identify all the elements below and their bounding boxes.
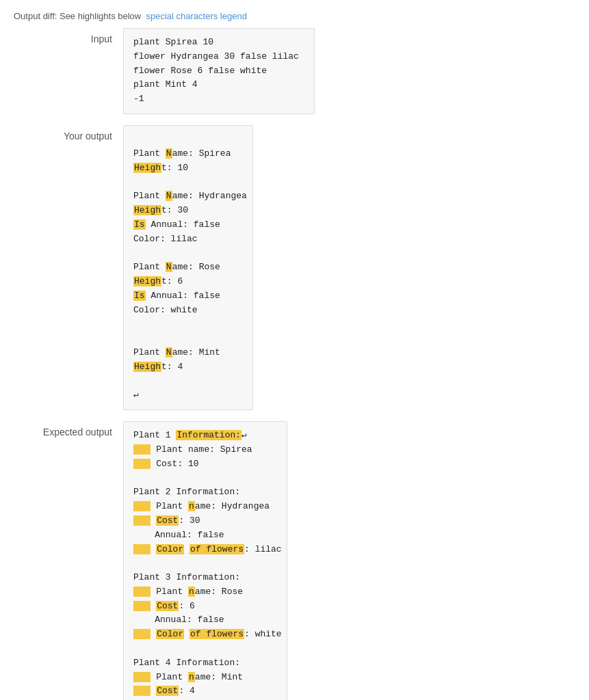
eo-plant2-indent3-hl [133,544,150,554]
eo-plant2-color-hl: Color [156,544,184,554]
input-section: Input plant Spirea 10 flower Hydrangea 3… [14,28,575,114]
eo-plant1-cost: Cost: 10 [150,459,198,469]
eo-plant1-indent1-hl [133,444,150,455]
yo-plant3-height: t: 6 [161,276,183,286]
eo-plant3-indent3-hl [133,629,150,639]
page-container: Output diff: See highlights below specia… [0,0,589,700]
yo-plant3-annual: Annual: false [146,291,220,301]
eo-plant2-cost-hl: Cost [156,515,179,526]
eo-plant2-name-hl: n [188,501,195,511]
special-chars-link[interactable]: special characters legend [146,11,246,21]
eo-plant1-header-end: ↵ [241,430,247,440]
eo-plant3-of [184,629,189,639]
eo-plant3-cost2: : 6 [179,601,194,611]
your-output-code-box: Plant Name: Spirea Height: 10 Plant Name… [123,125,253,410]
eo-plant4-cost-hl: Cost [156,686,179,696]
eo-plant4-indent2-hl [133,686,150,696]
input-code-box: plant Spirea 10 flower Hydrangea 30 fals… [123,28,315,114]
eo-plant4-header: Plant 4 Information: [133,658,240,668]
eo-plant3-indent1-hl [133,587,150,597]
yo-plant3-color: Color: white [133,305,198,315]
top-bar: Output diff: See highlights below specia… [14,7,575,28]
eo-plant4-indent1-hl [133,672,150,682]
your-output-label: Your output [14,125,123,142]
expected-output-section: Expected output Plant 1 Information:↵ Pl… [14,421,575,700]
eo-plant2-name: Plant [150,501,188,511]
yo-plant4-n-hl: N [166,347,172,358]
yo-plant1-height-hl: Heigh [133,163,161,173]
eo-plant3-annual-indent: Annual: false [133,615,224,625]
yo-plant1-name: ame: Spirea [172,148,231,159]
eo-plant4-name: Plant [150,672,188,682]
yo-plant2-prefix: Plant [133,191,166,201]
yo-plant4-height: t: 4 [161,362,183,372]
input-label: Input [14,28,123,44]
eo-plant2-header: Plant 2 Information: [133,487,240,497]
eo-plant2-name2: ame: Hydrangea [195,501,270,511]
yo-plant2-height-hl: Heigh [133,205,161,215]
yo-plant2-n-hl: N [166,191,172,201]
yo-plant3-height-hl: Heigh [133,276,161,286]
eo-plant3-header: Plant 3 Information: [133,572,240,582]
yo-plant4-height-hl: Heigh [133,362,161,372]
eo-plant2-of [184,544,189,554]
yo-plant3-prefix: Plant [133,262,166,272]
expected-output-label: Expected output [14,421,123,438]
eo-plant3-white: : white [244,629,282,639]
yo-plant1-n-hl: N [166,148,172,159]
eo-plant3-name2: ame: Rose [195,587,243,597]
eo-plant1-header: Plant 1 [133,430,176,440]
eo-plant3-name: Plant [150,587,188,597]
eo-plant2-cost2: : 30 [179,515,200,526]
eo-plant2-indent2-hl [133,515,150,526]
eo-plant1-name: Plant name: Spirea [150,444,252,455]
yo-plant2-annual: Annual: false [146,219,220,230]
your-output-section: Your output Plant Name: Spirea Height: 1… [14,125,575,410]
eo-plant4-cost2: : 4 [179,686,194,696]
eo-plant2-of-flowers-hl: of flowers [189,544,244,554]
eo-plant3-color-hl: Color [156,629,184,639]
eo-plant2-indent1-hl [133,501,150,511]
yo-plant2-height: t: 30 [161,205,188,215]
eo-plant2-annual-indent: Annual: false [133,530,224,540]
eo-plant3-of-flowers-hl: of flowers [189,629,244,639]
yo-plant4-name: ame: Mint [172,347,220,358]
eo-plant2-lilac: : lilac [244,544,282,554]
yo-plant1-prefix: Plant [133,148,166,159]
eo-plant4-name-hl: n [188,672,195,682]
eo-plant3-name-hl: n [188,587,195,597]
yo-plant2-color: Color: lilac [133,234,198,244]
yo-plant1-height: t: 10 [161,163,188,173]
yo-special-char: ↵ [133,390,139,400]
yo-plant3-name: ame: Rose [172,262,220,272]
yo-plant2-is-hl: Is [133,219,146,230]
yo-plant3-is-hl: Is [133,291,146,301]
output-diff-text: Output diff: See highlights below [14,11,146,21]
eo-plant3-indent2-hl [133,601,150,611]
eo-plant1-indent2-hl [133,459,150,469]
eo-plant3-cost-hl: Cost [156,601,179,611]
eo-plant4-name2: ame: Mint [195,672,243,682]
eo-plant1-header-hl: Information: [176,430,241,440]
expected-output-code-box: Plant 1 Information:↵ Plant name: Spirea… [123,421,287,700]
yo-plant3-n-hl: N [166,262,172,272]
yo-plant2-name: ame: Hydrangea [172,191,247,201]
yo-plant4-prefix: Plant [133,347,166,358]
